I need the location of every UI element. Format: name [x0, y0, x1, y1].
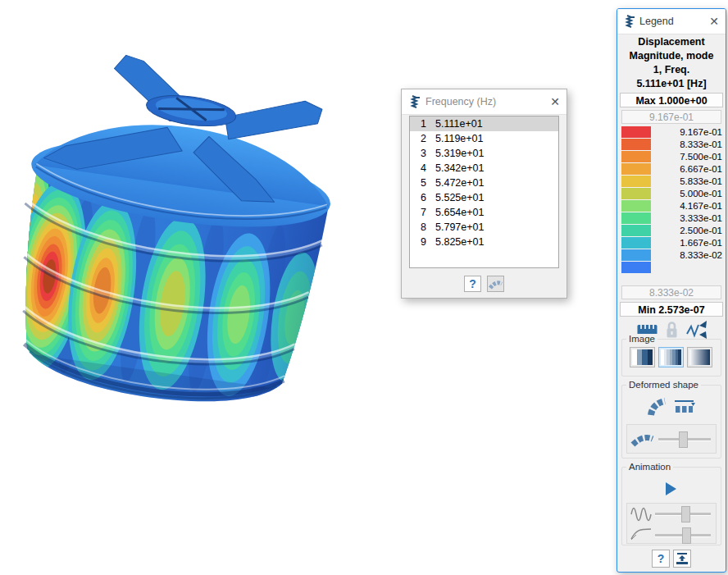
color-swatch — [621, 163, 651, 175]
mode-number: 5 — [410, 176, 426, 190]
color-swatch — [621, 225, 651, 236]
image-style-banded-button[interactable] — [658, 347, 684, 367]
scale-label: 7.500e-01 — [680, 151, 722, 162]
result-field-title-line: 1, Freq. — [617, 63, 726, 77]
tank-cap — [144, 91, 238, 131]
frequency-row[interactable]: 95.825e+01 — [410, 235, 558, 249]
mode-number: 6 — [410, 190, 426, 205]
mode-frequency: 5.319e+01 — [435, 146, 484, 161]
mode-number: 4 — [410, 161, 426, 176]
scale-label: 4.167e-01 — [680, 200, 722, 212]
color-swatch — [621, 237, 651, 249]
mode-frequency: 5.342e+01 — [435, 161, 484, 176]
undeformed-view-button[interactable] — [673, 399, 696, 417]
frequency-row[interactable]: 55.472e+01 — [410, 176, 558, 190]
legend-title: Legend — [639, 16, 703, 27]
play-button[interactable] — [666, 482, 676, 495]
color-swatch — [621, 176, 651, 187]
help-button[interactable]: ? — [464, 276, 481, 292]
mode-number: 7 — [410, 205, 426, 220]
deformed-shape-group-label: Deformed shape — [626, 380, 701, 390]
color-swatch — [621, 126, 651, 138]
close-icon[interactable]: ✕ — [703, 16, 726, 27]
mode-frequency: 5.654e+01 — [435, 205, 484, 220]
result-field-title-line: 5.111e+01 [Hz] — [617, 77, 726, 91]
color-swatch — [621, 139, 651, 150]
frequency-row[interactable]: 35.319e+01 — [410, 146, 558, 161]
mode-frequency: 5.825e+01 — [435, 235, 484, 249]
close-icon[interactable]: ✕ — [544, 96, 566, 107]
deform-factor-slider-thumb[interactable] — [679, 431, 688, 448]
model-viewport[interactable] — [0, 0, 413, 459]
frequency-row[interactable]: 45.342e+01 — [410, 161, 558, 176]
deformed-shape-button[interactable] — [487, 276, 504, 292]
ramp-curve-icon — [630, 527, 653, 541]
scale-label: 8.333e-01 — [680, 139, 722, 150]
scale-label: 9.167e-01 — [680, 126, 722, 138]
spring-icon — [409, 94, 420, 109]
frequency-list[interactable]: 15.111e+0125.119e+0135.319e+0145.342e+01… — [409, 116, 559, 268]
tank-model — [0, 41, 413, 453]
scale-label: 5.833e-01 — [680, 176, 722, 187]
mode-frequency: 5.797e+01 — [435, 220, 484, 235]
min-value-label: Min 2.573e-07 — [620, 302, 723, 317]
lock-icon[interactable] — [665, 321, 679, 339]
legend-panel: Legend ✕ DisplacementMagnitude, mode1, F… — [617, 8, 726, 573]
image-style-smooth-button[interactable] — [687, 347, 712, 367]
mode-number: 9 — [410, 235, 426, 249]
legend-titlebar[interactable]: Legend ✕ — [617, 9, 726, 34]
mode-number: 3 — [410, 146, 426, 161]
deformed-view-button[interactable] — [647, 397, 668, 418]
frequency-dialog: Frequency (Hz) ✕ 15.111e+0125.119e+0135.… — [401, 89, 567, 299]
frequency-row[interactable]: 65.525e+01 — [410, 190, 558, 205]
deformed-shape-group: Deformed shape — [621, 385, 721, 459]
color-swatch — [621, 151, 651, 162]
scale-label: 5.000e-01 — [680, 188, 722, 199]
mode-number: 1 — [410, 116, 426, 131]
image-style-discrete-button[interactable] — [630, 347, 655, 367]
color-swatch — [621, 212, 651, 224]
animation-settings-panel — [626, 503, 717, 544]
scale-label: 8.333e-02 — [680, 249, 722, 261]
scale-label: 3.333e-01 — [680, 212, 722, 224]
frequency-row[interactable]: 15.111e+01 — [410, 116, 558, 131]
deform-factor-panel — [626, 424, 717, 454]
scale-lower-limit-input[interactable] — [621, 285, 721, 299]
sine-wave-icon — [630, 506, 653, 523]
help-button[interactable]: ? — [652, 550, 670, 568]
result-field-title-line: Magnitude, mode — [617, 49, 726, 63]
frequency-row[interactable]: 85.797e+01 — [410, 220, 558, 235]
spring-icon — [624, 14, 635, 29]
mode-number: 2 — [410, 131, 426, 146]
deformed-beam-icon — [489, 279, 503, 290]
frequency-dialog-titlebar[interactable]: Frequency (Hz) ✕ — [402, 89, 566, 115]
scale-label: 2.500e-01 — [680, 225, 722, 236]
animation-frames-slider-thumb[interactable] — [681, 506, 690, 523]
animation-group-label: Animation — [626, 462, 673, 472]
mode-frequency: 5.525e+01 — [435, 190, 484, 205]
color-swatch — [621, 188, 651, 199]
scale-upper-limit-input[interactable] — [621, 110, 721, 124]
color-scale: 9.167e-018.333e-017.500e-016.667e-015.83… — [617, 126, 726, 274]
dock-icon — [676, 553, 689, 565]
image-group: Image — [621, 339, 721, 376]
max-value-label: Max 1.000e+00 — [620, 93, 723, 107]
animation-group: Animation — [621, 467, 721, 545]
dock-button[interactable] — [673, 550, 691, 568]
frequency-dialog-title: Frequency (Hz) — [425, 96, 544, 107]
color-swatch — [621, 200, 651, 212]
result-field-title-line: Displacement — [617, 35, 726, 49]
frequency-row[interactable]: 75.654e+01 — [410, 205, 558, 220]
mode-number: 8 — [410, 220, 426, 235]
deformed-beam-icon — [630, 431, 655, 448]
fit-range-button[interactable] — [686, 319, 707, 340]
animation-speed-slider-thumb[interactable] — [682, 527, 691, 544]
scale-label: 6.667e-01 — [680, 163, 722, 175]
color-swatch — [621, 249, 651, 261]
scale-label: 1.667e-01 — [680, 237, 722, 249]
frequency-row[interactable]: 25.119e+01 — [410, 131, 558, 146]
application-window: Frequency (Hz) ✕ 15.111e+0125.119e+0135.… — [0, 0, 728, 575]
color-swatch — [621, 262, 651, 273]
result-field-title: DisplacementMagnitude, mode1, Freq.5.111… — [617, 35, 726, 91]
mode-frequency: 5.111e+01 — [435, 116, 483, 131]
